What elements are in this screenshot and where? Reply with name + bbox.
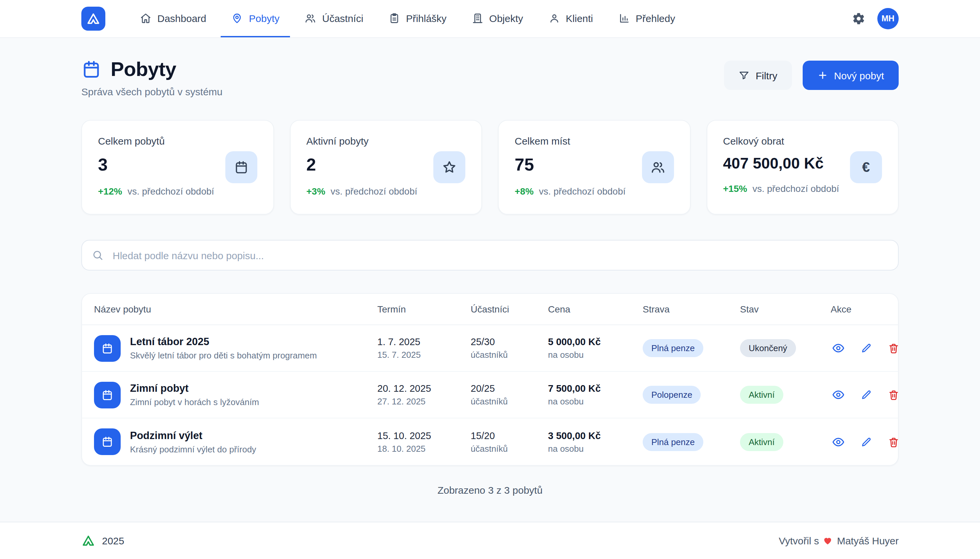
calendar-icon	[94, 382, 121, 408]
participants-label: účastníků	[471, 443, 548, 453]
filters-button[interactable]: Filtry	[724, 61, 792, 90]
nav-item-dashboard[interactable]: Dashboard	[129, 0, 217, 37]
price: 3 500,00 Kč	[548, 430, 643, 441]
footer-credit-name: Matyáš Huyer	[837, 535, 899, 546]
view-button[interactable]	[831, 434, 846, 450]
footer: 2025 Vytvořil s Matyáš Huyer	[0, 522, 980, 559]
table-header-row: Název pobytu Termín Účastníci Cena Strav…	[82, 294, 898, 325]
stat-label: Aktivní pobyty	[306, 135, 465, 147]
tent-logo-icon	[81, 534, 95, 547]
date-from: 1. 7. 2025	[377, 336, 471, 347]
eye-icon	[832, 435, 845, 448]
calendar-icon	[94, 335, 121, 361]
trash-icon	[888, 436, 899, 447]
page-content: Pobyty Správa všech pobytů v systému Fil…	[0, 38, 980, 522]
stat-label: Celkem pobytů	[98, 135, 257, 147]
table-summary: Zobrazeno 3 z 3 pobytů	[81, 485, 899, 496]
nav-item-prehledy[interactable]: Přehledy	[608, 0, 686, 37]
stay-description: Skvělý letní tábor pro děti s bohatým pr…	[130, 351, 317, 361]
pencil-icon	[861, 436, 872, 447]
stat-card-total-revenue: Celkový obrat 407 500,00 Kč +15% vs. pře…	[706, 120, 899, 215]
nav-item-label: Dashboard	[158, 12, 206, 24]
nav-item-pobyty[interactable]: Pobyty	[221, 0, 290, 37]
date-from: 15. 10. 2025	[377, 430, 471, 441]
main-nav: Dashboard Pobyty Účastníci	[129, 0, 686, 37]
view-button[interactable]	[831, 341, 846, 356]
stat-card-active-stays: Aktivní pobyty 2 +3% vs. předchozí obdob…	[290, 120, 482, 215]
nav-item-label: Přehledy	[636, 12, 675, 24]
search-bar	[81, 240, 899, 271]
calendar-icon	[81, 59, 101, 79]
stat-card-total-capacity: Celkem míst 75 +8% vs. předchozí období	[498, 120, 690, 215]
stat-label: Celkový obrat	[723, 135, 882, 147]
search-input[interactable]	[81, 240, 899, 271]
stay-name: Letní tábor 2025	[130, 336, 317, 348]
table-row: Zimní pobyt Zimní pobyt v horách s lyžov…	[82, 372, 898, 418]
participants-count: 25/30	[471, 336, 548, 347]
euro-icon: €	[850, 151, 882, 183]
participants-label: účastníků	[471, 350, 548, 360]
edit-button[interactable]	[859, 435, 873, 449]
stat-delta: +8%	[515, 186, 534, 197]
new-stay-button-label: Nový pobyt	[834, 69, 884, 81]
price: 7 500,00 Kč	[548, 383, 643, 394]
delete-button[interactable]	[887, 435, 899, 449]
pencil-icon	[861, 389, 872, 400]
meal-badge: Plná penze	[643, 339, 703, 357]
delete-button[interactable]	[887, 388, 899, 402]
status-badge: Aktivní	[740, 433, 783, 451]
price-unit: na osobu	[548, 350, 643, 360]
stay-name: Zimní pobyt	[130, 382, 259, 394]
settings-button[interactable]	[852, 12, 866, 25]
meal-badge: Plná penze	[643, 433, 703, 451]
eye-icon	[832, 389, 845, 401]
stats-row: Celkem pobytů 3 +12% vs. předchozí obdob…	[81, 120, 899, 215]
date-to: 15. 7. 2025	[377, 350, 471, 360]
delete-button[interactable]	[887, 341, 899, 355]
column-header: Cena	[548, 304, 643, 314]
price-unit: na osobu	[548, 397, 643, 407]
meal-badge: Polopenze	[643, 386, 701, 404]
column-header: Název pobytu	[94, 304, 377, 314]
stay-description: Zimní pobyt v horách s lyžováním	[130, 397, 259, 407]
stay-name: Podzimní výlet	[130, 429, 256, 442]
price-unit: na osobu	[548, 443, 643, 453]
table-row: Podzimní výlet Krásný podzimní výlet do …	[82, 418, 898, 465]
status-badge: Ukončený	[740, 339, 796, 357]
nav-item-label: Objekty	[489, 12, 523, 24]
user-avatar[interactable]: MH	[877, 8, 899, 29]
column-header: Stav	[740, 304, 831, 314]
nav-item-klienti[interactable]: Klienti	[538, 0, 604, 37]
tent-logo-icon	[86, 12, 101, 26]
trash-icon	[888, 389, 899, 400]
eye-icon	[832, 342, 845, 354]
participants-label: účastníků	[471, 397, 548, 407]
search-icon	[92, 250, 103, 261]
bar-chart-icon	[619, 12, 630, 24]
nav-item-prihlasky[interactable]: Přihlášky	[378, 0, 457, 37]
stat-delta-note: vs. předchozí období	[752, 183, 839, 194]
edit-button[interactable]	[859, 388, 873, 402]
edit-button[interactable]	[859, 341, 873, 355]
nav-item-ucastnici[interactable]: Účastníci	[294, 0, 374, 37]
pencil-icon	[861, 342, 872, 354]
date-to: 27. 12. 2025	[377, 397, 471, 407]
view-button[interactable]	[831, 387, 846, 402]
app-root: Dashboard Pobyty Účastníci	[0, 0, 980, 559]
new-stay-button[interactable]: Nový pobyt	[803, 61, 899, 90]
page-subtitle: Správa všech pobytů v systému	[81, 86, 223, 97]
status-badge: Aktivní	[740, 386, 783, 404]
page-title: Pobyty	[111, 58, 176, 81]
stat-label: Celkem míst	[515, 135, 674, 147]
top-navbar: Dashboard Pobyty Účastníci	[0, 0, 980, 38]
stat-delta-note: vs. předchozí období	[331, 186, 417, 197]
stat-delta: +3%	[306, 186, 325, 197]
app-logo[interactable]	[81, 7, 105, 31]
home-icon	[140, 12, 151, 24]
filters-button-label: Filtry	[756, 69, 777, 81]
participants-count: 15/20	[471, 430, 548, 441]
clipboard-icon	[389, 12, 400, 24]
price: 5 000,00 Kč	[548, 336, 643, 347]
nav-item-objekty[interactable]: Objekty	[461, 0, 534, 37]
nav-item-label: Přihlášky	[406, 12, 447, 24]
